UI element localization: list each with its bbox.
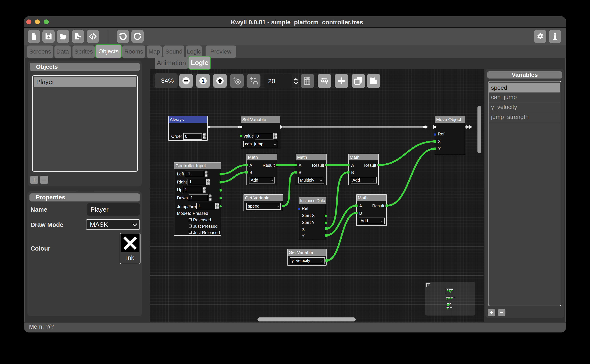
svg-text:1: 1 <box>201 78 205 84</box>
